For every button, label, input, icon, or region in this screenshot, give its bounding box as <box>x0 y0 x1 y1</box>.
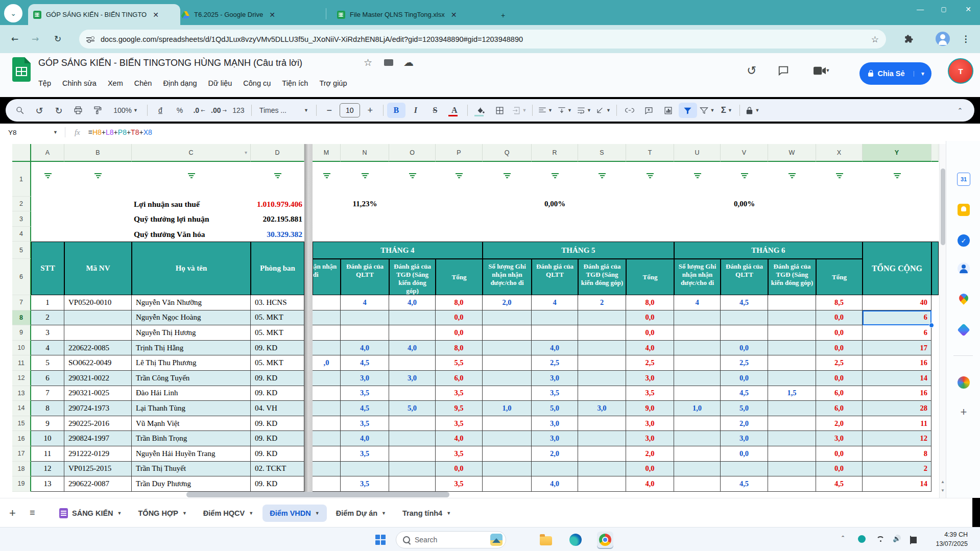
new-tab-button[interactable]: + <box>491 6 515 25</box>
filter-header-cell[interactable] <box>31 162 64 197</box>
cell-P17[interactable]: 3,5 <box>436 446 483 462</box>
menu-tệp[interactable]: Tệp <box>34 78 56 89</box>
cell-P11[interactable]: 5,5 <box>436 355 483 371</box>
cell-N16[interactable]: 4,0 <box>341 431 389 446</box>
sub-header[interactable]: Đánh giá của QLTT <box>721 259 768 295</box>
cell-V14[interactable]: 5,0 <box>721 401 768 416</box>
cell-P12[interactable]: 6,0 <box>436 371 483 386</box>
taskbar-search[interactable]: Search <box>396 531 506 548</box>
cell-R10[interactable]: 4,0 <box>532 341 578 356</box>
protect-sheet-button[interactable]: ▼ <box>744 103 762 118</box>
increase-decimal-button[interactable]: .00→ <box>209 103 228 118</box>
cell-U17[interactable] <box>674 446 721 462</box>
filter-icon[interactable] <box>578 173 626 178</box>
table-header-A[interactable]: STT <box>31 242 64 295</box>
frozen-pane-divider[interactable] <box>304 144 313 492</box>
filter-header-cell[interactable] <box>816 162 863 197</box>
filter-header-cell[interactable] <box>341 162 389 197</box>
account-avatar[interactable]: T <box>948 58 973 84</box>
row-header-1[interactable]: 1 <box>12 162 31 197</box>
sub-header[interactable]: Đánh giá của QLTT <box>341 259 389 295</box>
cell-S7[interactable]: 2 <box>578 295 626 310</box>
more-formats-button[interactable]: 123 <box>229 103 248 118</box>
filter-icon[interactable] <box>132 173 251 178</box>
horizontal-scroll-thumb[interactable] <box>186 492 449 497</box>
cell-Y12[interactable]: 14 <box>863 371 931 386</box>
browser-tab[interactable]: File Master QLNS TingTong.xlsx✕ <box>332 4 495 25</box>
insert-chart-icon[interactable] <box>659 103 678 118</box>
cell-V15[interactable]: 2,0 <box>721 416 768 432</box>
cell-O8[interactable] <box>389 310 436 326</box>
cell-dept[interactable]: 09. KD <box>251 341 304 356</box>
row-header-12[interactable]: 12 <box>12 371 31 386</box>
filter-header-cell[interactable] <box>768 162 816 197</box>
cell-S18[interactable] <box>578 462 626 477</box>
cell-O15[interactable] <box>389 416 436 432</box>
cell-V8[interactable] <box>721 310 768 326</box>
sheet-tab-menu-icon[interactable]: ▼ <box>381 511 386 516</box>
sheet-tab-menu-icon[interactable]: ▼ <box>446 511 451 516</box>
cell-dept[interactable]: 03. HCNS <box>251 295 304 310</box>
cell-W17[interactable] <box>768 446 816 462</box>
comments-icon[interactable] <box>773 60 794 81</box>
cell-Q13[interactable] <box>483 386 532 401</box>
filter-views-button[interactable]: ▼ <box>698 103 716 118</box>
filter-icon[interactable] <box>532 173 578 178</box>
filter-icon[interactable] <box>768 173 816 178</box>
chrome-icon[interactable] <box>597 532 613 548</box>
cell-N7[interactable]: 4 <box>341 295 389 310</box>
filter-icon[interactable] <box>721 173 768 178</box>
cell-U18[interactable] <box>674 462 721 477</box>
text-rotate-button[interactable]: ▼ <box>594 103 613 118</box>
cell-manv[interactable]: VP0520-0010 <box>64 295 132 310</box>
cell-U7[interactable]: 4 <box>674 295 721 310</box>
cell-Y10[interactable]: 17 <box>863 341 931 356</box>
filter-icon[interactable] <box>64 173 132 178</box>
cell-R17[interactable]: 2,0 <box>532 446 578 462</box>
decrease-font-size-button[interactable]: − <box>320 103 339 118</box>
cell-U13[interactable] <box>674 386 721 401</box>
sheet-tab-điểm-hqcv[interactable]: Điểm HQCV▼ <box>196 505 260 522</box>
volume-icon[interactable]: 🔊 <box>893 535 901 542</box>
cell-N14[interactable]: 4,5 <box>341 401 389 416</box>
cell-V7[interactable]: 4,5 <box>721 295 768 310</box>
cell-manv[interactable]: 290225-2016 <box>64 416 132 432</box>
addon-icon[interactable] <box>957 323 970 337</box>
cell-P9[interactable]: 0,0 <box>436 325 483 341</box>
cell-Y19[interactable]: 14 <box>863 476 931 492</box>
window-close-button[interactable]: ✕ <box>957 0 980 18</box>
column-header-D[interactable]: D <box>251 144 304 162</box>
cell-X19[interactable]: 4,5 <box>816 476 863 492</box>
cell-R18[interactable] <box>532 462 578 477</box>
keep-icon[interactable] <box>957 203 970 217</box>
tasks-icon[interactable]: ✓ <box>957 234 970 247</box>
cell-S17[interactable] <box>578 446 626 462</box>
column-header-Y[interactable]: Y <box>863 144 931 162</box>
cell-Y16[interactable]: 12 <box>863 431 931 446</box>
cell-M16[interactable] <box>313 431 341 446</box>
row-header-3[interactable]: 3 <box>12 211 31 227</box>
sub-header[interactable]: Số lượng Ghi nhận nhận được/cho đi <box>483 259 532 295</box>
text-wrap-button[interactable]: ▼ <box>575 103 593 118</box>
cell-name[interactable]: Nguyễn Hải Huyền Trang <box>132 446 251 462</box>
cell-V12[interactable]: 0,0 <box>721 371 768 386</box>
sheet-tab-menu-icon[interactable]: ▼ <box>117 511 122 516</box>
cell-V16[interactable]: 3,0 <box>721 431 768 446</box>
get-addons-plus-icon[interactable]: + <box>957 405 970 419</box>
formula-input[interactable]: =H8+L8+P8+T8+X8 <box>88 128 152 136</box>
cell-P7[interactable]: 8,0 <box>436 295 483 310</box>
add-sheet-button[interactable]: + <box>9 507 16 520</box>
cell-Q12[interactable] <box>483 371 532 386</box>
cell-W11[interactable] <box>768 355 816 371</box>
format-percent-button[interactable]: % <box>171 103 189 118</box>
cell-M15[interactable] <box>313 416 341 432</box>
cell-O11[interactable] <box>389 355 436 371</box>
cell-X10[interactable]: 0,0 <box>816 341 863 356</box>
cell-R19[interactable]: 4,0 <box>532 476 578 492</box>
browser-menu-kebab-icon[interactable]: ⋮ <box>957 30 974 47</box>
column-header-T[interactable]: T <box>626 144 674 162</box>
cell-T17[interactable]: 2,0 <box>626 446 674 462</box>
cell-dept[interactable]: 05. MKT <box>251 355 304 371</box>
cell-N17[interactable]: 3,5 <box>341 446 389 462</box>
font-select[interactable]: Times ...▼ <box>255 103 313 118</box>
